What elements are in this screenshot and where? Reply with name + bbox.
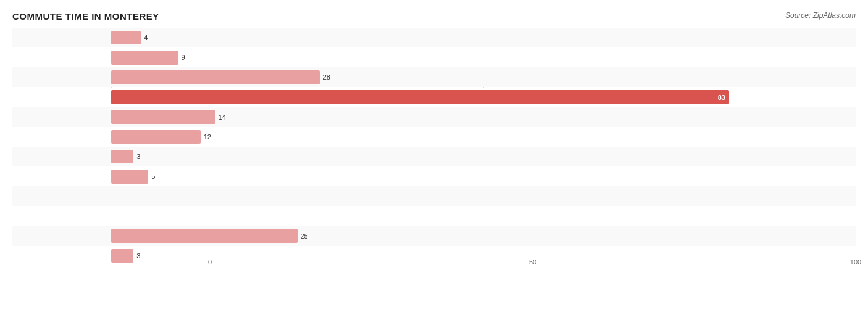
bar-fill: 3	[111, 249, 133, 263]
chart-title: COMMUTE TIME IN MONTEREY	[12, 11, 159, 22]
bar-value: 25	[301, 232, 308, 240]
bar-value: 14	[219, 113, 226, 121]
bar-fill: 5	[111, 170, 148, 184]
bar-fill: 14	[111, 110, 215, 124]
bar-value: 9	[182, 54, 185, 61]
chart-source: Source: ZipAtlas.com	[785, 11, 856, 20]
bar-fill: 4	[111, 31, 141, 45]
bar-fill: 3	[111, 150, 133, 164]
bar-fill: 12	[111, 130, 201, 144]
table-row	[12, 186, 856, 206]
bar-value: 4	[144, 34, 148, 41]
bar-value: 3	[136, 153, 140, 160]
bar-fill: 28	[111, 70, 320, 84]
x-axis: 050100	[210, 247, 856, 266]
table-row	[12, 206, 856, 226]
bar-fill: 25	[111, 229, 298, 243]
grid-line	[856, 28, 856, 266]
x-tick-label: 0	[208, 258, 212, 266]
chart-container: COMMUTE TIME IN MONTEREY Source: ZipAtla…	[0, 0, 868, 323]
rows-container: 492883141235253	[111, 28, 856, 266]
bar-fill: 83	[111, 90, 729, 104]
bar-value: 12	[204, 133, 211, 141]
chart-header: COMMUTE TIME IN MONTEREY Source: ZipAtla…	[12, 11, 856, 22]
bar-value: 3	[136, 252, 140, 260]
bars-area: 492883141235253 050100	[111, 28, 856, 266]
chart-body: Less than 5 Minutes5 to 9 Minutes10 to 1…	[12, 28, 856, 284]
x-tick-label: 50	[529, 258, 536, 266]
bar-value: 28	[323, 73, 330, 81]
row-separator	[12, 266, 856, 266]
bar-value-inside: 83	[718, 94, 725, 101]
bar-value: 5	[151, 173, 155, 180]
x-tick-label: 100	[850, 258, 861, 266]
bar-fill: 9	[111, 51, 178, 65]
